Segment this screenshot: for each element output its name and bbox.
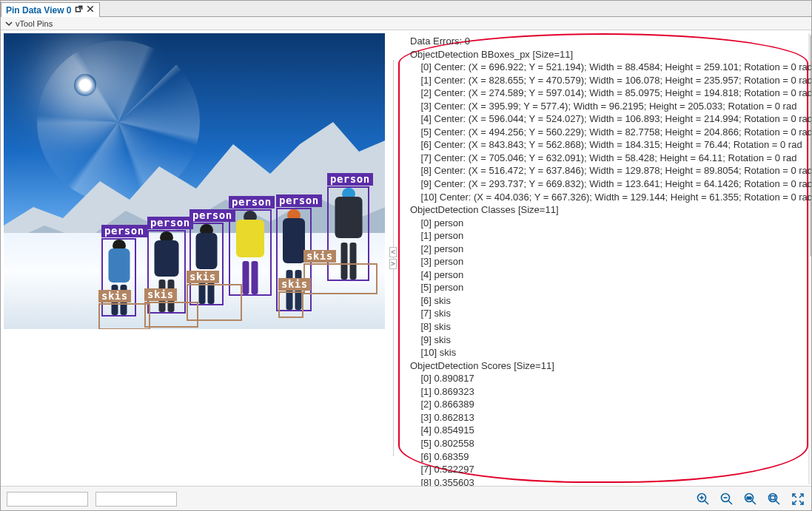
skier-figure <box>330 188 366 280</box>
splitter-collapse-right[interactable]: > <box>389 259 397 269</box>
tab-pin-data-view[interactable]: Pin Data View 0 <box>1 2 100 17</box>
work-area: personpersonpersonpersonpersonpersonskis… <box>1 30 811 487</box>
svg-line-9 <box>752 501 756 504</box>
tab-title: Pin Data View 0 <box>6 5 71 16</box>
zoom-toolbar: 100 <box>696 492 805 507</box>
pane-splitter[interactable]: < > <box>388 30 398 486</box>
detection-image[interactable]: personpersonpersonpersonpersonpersonskis… <box>4 33 385 329</box>
zoom-fit-icon[interactable] <box>767 492 782 507</box>
skier-figure <box>150 231 183 312</box>
svg-text:100: 100 <box>747 496 752 500</box>
skier-figure <box>232 211 269 294</box>
fullscreen-icon[interactable] <box>791 492 805 507</box>
status-bar: 100 <box>1 487 811 511</box>
popout-icon[interactable] <box>75 4 84 16</box>
zoom-out-icon[interactable] <box>719 492 734 507</box>
svg-line-12 <box>776 501 779 504</box>
close-icon[interactable] <box>86 4 95 16</box>
zoom-100-icon[interactable]: 100 <box>743 492 758 507</box>
chevron-down-icon <box>5 20 13 27</box>
skier-figure <box>104 240 133 315</box>
svg-point-11 <box>769 494 777 502</box>
data-pane: Data Errors: 0 ObjectDetection BBoxes_px… <box>398 30 811 486</box>
tab-bar: Pin Data View 0 <box>1 1 811 17</box>
skier-figure <box>192 224 221 304</box>
zoom-in-icon[interactable] <box>696 492 711 507</box>
splitter-collapse-left[interactable]: < <box>389 247 397 257</box>
panel-title: vTool Pins <box>16 19 53 28</box>
scrollbar[interactable] <box>808 33 811 484</box>
status-field-1[interactable] <box>7 492 88 507</box>
svg-rect-13 <box>771 496 775 500</box>
panel-header[interactable]: vTool Pins <box>1 17 811 30</box>
status-fields <box>7 492 177 507</box>
svg-line-6 <box>728 501 732 504</box>
svg-line-2 <box>705 501 708 504</box>
status-field-2[interactable] <box>95 492 177 507</box>
image-pane: personpersonpersonpersonpersonpersonskis… <box>1 30 388 486</box>
skier-figure <box>279 209 309 310</box>
detection-data-text[interactable]: Data Errors: 0 ObjectDetection BBoxes_px… <box>404 35 799 486</box>
